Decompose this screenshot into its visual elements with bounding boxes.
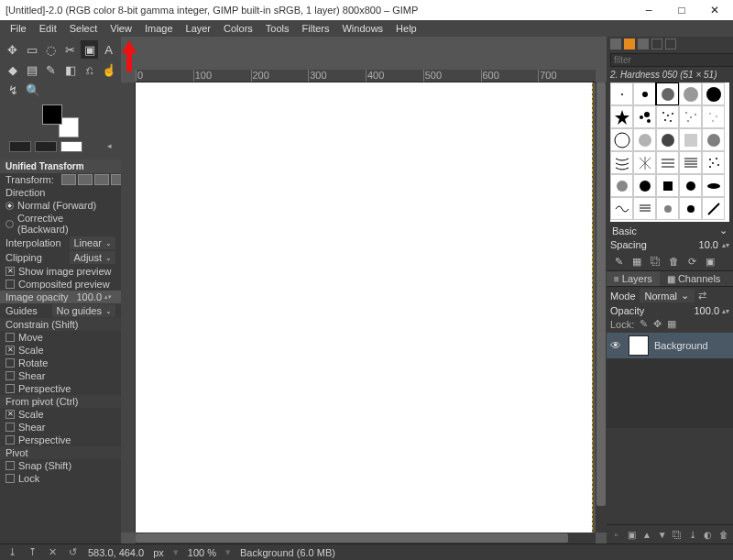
chevron-down-icon[interactable]: ⌄ xyxy=(719,225,728,236)
lock-position-icon[interactable]: ✥ xyxy=(653,318,662,330)
menu-filters[interactable]: Filters xyxy=(296,21,336,36)
move-tool-icon[interactable]: ✥ xyxy=(4,40,21,59)
spacing-spinner-icon[interactable]: ▴▾ xyxy=(722,241,729,249)
merge-down-icon[interactable]: ⤓ xyxy=(687,528,699,541)
lower-layer-icon[interactable]: ▼ xyxy=(656,528,668,541)
layer-thumbnail[interactable] xyxy=(629,335,649,356)
mode-switch-icon[interactable]: ⇄ xyxy=(698,290,706,302)
lock-pixels-icon[interactable]: ✎ xyxy=(640,318,648,330)
pencil-tool-icon[interactable]: ✎ xyxy=(42,60,60,79)
spacing-value[interactable]: 10.0 xyxy=(699,239,718,250)
pivot-scale-checkbox[interactable] xyxy=(5,410,15,419)
layer-item[interactable]: 👁 Background xyxy=(607,333,733,358)
zoom-select[interactable]: 100 % xyxy=(188,547,216,558)
duplicate-layer-icon[interactable]: ⿻ xyxy=(672,528,684,541)
paths-tool-icon[interactable]: ↯ xyxy=(4,81,22,99)
eraser-tool-icon[interactable]: ◧ xyxy=(61,60,79,79)
delete-brush-icon[interactable]: 🗑 xyxy=(667,255,680,268)
reset-tool-preset-icon[interactable]: ↺ xyxy=(66,546,79,558)
edit-brush-icon[interactable]: ✎ xyxy=(612,255,625,268)
pivot-perspective-checkbox[interactable] xyxy=(5,435,15,445)
layer-mode-select[interactable]: Normal⌄ xyxy=(640,289,695,302)
gradient-tool-icon[interactable]: ▤ xyxy=(23,60,40,79)
transform-target-selection[interactable] xyxy=(78,174,93,185)
clipping-select[interactable]: Adjust⌄ xyxy=(70,251,115,264)
menu-file[interactable]: File xyxy=(4,21,33,36)
raise-layer-icon[interactable]: ▲ xyxy=(641,528,653,541)
tab-channels[interactable]: ▦Channels xyxy=(660,271,728,286)
interpolation-select[interactable]: Linear⌄ xyxy=(70,236,115,249)
transform-target-path[interactable] xyxy=(94,174,109,185)
opacity-spinner-icon[interactable]: ▴▾ xyxy=(722,307,729,315)
brushes-tab-icon[interactable] xyxy=(610,38,621,49)
horizontal-ruler[interactable]: 0 100 200 300 400 500 600 700 xyxy=(136,70,596,82)
lock-alpha-icon[interactable]: ▦ xyxy=(667,318,676,330)
bucket-fill-tool-icon[interactable]: ◆ xyxy=(4,60,21,79)
text-tool-icon[interactable]: A xyxy=(100,40,117,59)
menu-colors[interactable]: Colors xyxy=(217,21,259,36)
constrain-rotate-checkbox[interactable] xyxy=(5,358,15,368)
rect-select-tool-icon[interactable]: ▭ xyxy=(23,40,40,59)
duplicate-brush-icon[interactable]: ⿻ xyxy=(649,255,662,268)
mask-icon[interactable]: ◐ xyxy=(703,528,715,541)
delete-tool-preset-icon[interactable]: ✕ xyxy=(46,546,59,558)
unified-transform-tool-icon[interactable]: ▣ xyxy=(81,40,98,59)
layer-list[interactable]: 👁 Background xyxy=(607,333,733,428)
layer-name[interactable]: Background xyxy=(654,340,708,351)
tab-layers[interactable]: ≡Layers xyxy=(607,271,660,286)
unit-select[interactable]: px xyxy=(153,547,164,558)
clone-tool-icon[interactable]: ⎌ xyxy=(81,60,98,79)
vertical-ruler[interactable] xyxy=(121,82,136,533)
new-layer-icon[interactable]: ▫ xyxy=(610,528,622,541)
menu-help[interactable]: Help xyxy=(389,21,423,36)
free-select-tool-icon[interactable]: ◌ xyxy=(42,40,60,59)
foreground-color-swatch[interactable] xyxy=(42,104,62,125)
save-tool-preset-icon[interactable]: ⤓ xyxy=(5,546,18,558)
smudge-tool-icon[interactable]: ☝ xyxy=(100,60,117,79)
close-button[interactable]: ✕ xyxy=(698,0,731,20)
vertical-scrollbar[interactable] xyxy=(596,82,607,533)
delete-layer-icon[interactable]: 🗑 xyxy=(717,528,729,541)
toolbox-menu-icon[interactable]: ◂ xyxy=(107,141,112,152)
horizontal-scrollbar[interactable] xyxy=(136,533,596,544)
menu-tools[interactable]: Tools xyxy=(259,21,296,36)
pivot-shear-checkbox[interactable] xyxy=(5,423,15,432)
direction-corrective-radio[interactable] xyxy=(5,220,14,228)
menu-layer[interactable]: Layer xyxy=(180,21,218,36)
constrain-perspective-checkbox[interactable] xyxy=(5,384,15,393)
show-preview-checkbox[interactable] xyxy=(5,267,15,276)
direction-normal-radio[interactable] xyxy=(5,202,14,210)
canvas-viewport[interactable] xyxy=(136,82,596,533)
transform-target-layer[interactable] xyxy=(61,174,76,185)
brush-indicator[interactable] xyxy=(9,141,31,152)
fg-bg-colors[interactable] xyxy=(42,104,79,137)
restore-tool-preset-icon[interactable]: ⤒ xyxy=(26,546,38,558)
crop-tool-icon[interactable]: ✂ xyxy=(61,40,79,59)
composited-checkbox[interactable] xyxy=(5,280,15,289)
menu-windows[interactable]: Windows xyxy=(335,21,389,36)
brush-filter-input[interactable] xyxy=(610,53,733,67)
guides-select[interactable]: No guides⌄ xyxy=(52,304,115,317)
more-tab-icon[interactable] xyxy=(665,38,676,49)
image-opacity-spinner[interactable]: 100.0▴▾ xyxy=(72,291,115,302)
maximize-button[interactable]: □ xyxy=(665,0,698,20)
canvas[interactable] xyxy=(136,82,592,533)
constrain-move-checkbox[interactable] xyxy=(5,333,15,342)
pattern-indicator[interactable] xyxy=(35,141,57,152)
refresh-brushes-icon[interactable]: ⟳ xyxy=(685,255,698,268)
constrain-shear-checkbox[interactable] xyxy=(5,371,15,380)
menu-view[interactable]: View xyxy=(104,21,138,36)
zoom-tool-icon[interactable]: 🔍 xyxy=(24,81,42,99)
open-brush-as-image-icon[interactable]: ▣ xyxy=(704,255,717,268)
patterns-tab-icon[interactable] xyxy=(624,38,635,49)
visibility-toggle-icon[interactable]: 👁 xyxy=(610,339,623,352)
fonts-tab-icon[interactable] xyxy=(638,38,649,49)
brush-grid[interactable] xyxy=(610,82,729,222)
menu-select[interactable]: Select xyxy=(63,21,104,36)
new-brush-icon[interactable]: ▦ xyxy=(630,255,643,268)
menu-image[interactable]: Image xyxy=(138,21,180,36)
minimize-button[interactable]: – xyxy=(632,0,665,20)
lock-checkbox[interactable] xyxy=(5,474,15,483)
layer-opacity-value[interactable]: 100.0 xyxy=(694,305,719,316)
gradient-indicator[interactable] xyxy=(60,141,82,152)
